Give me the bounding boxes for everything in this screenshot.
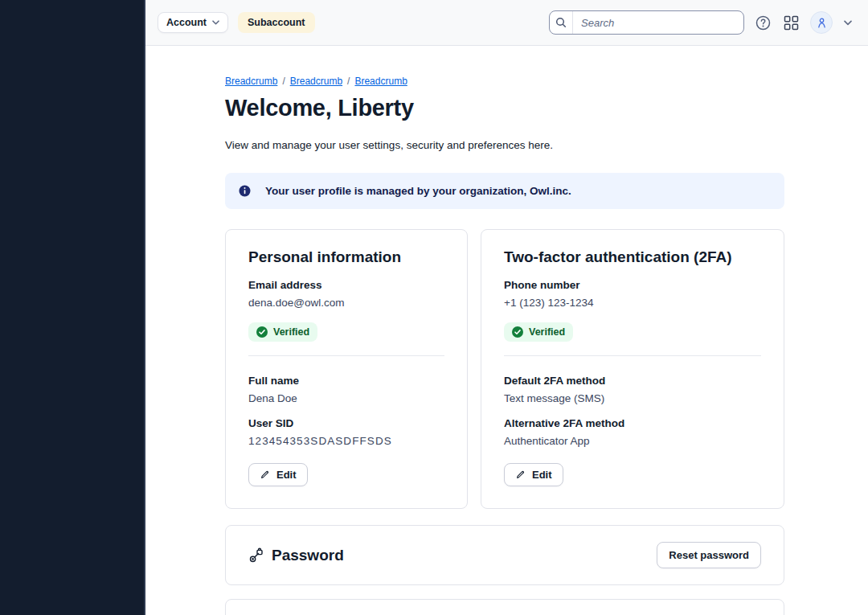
phone-number-label: Phone number [504,279,761,291]
email-verified-badge: Verified [248,322,317,342]
personal-information-title: Personal information [248,248,444,266]
edit-button-label: Edit [532,469,552,481]
products-grid-button[interactable] [782,14,800,32]
user-sid-label: User SID [248,417,444,429]
account-switcher-group: Account Subaccount [158,12,315,33]
header-actions-group [549,10,854,35]
left-navigation-sidebar [0,0,145,615]
settings-cards-row: Personal information Email address dena.… [225,229,784,509]
breadcrumb-link-2[interactable]: Breadcrumb [290,76,342,87]
reset-password-button[interactable]: Reset password [657,542,761,568]
password-section-title: Password [248,547,344,564]
info-icon [239,185,251,197]
chevron-down-icon [844,20,852,26]
chevron-down-icon [212,20,219,25]
alternative-2fa-method-value: Authenticator App [504,435,761,447]
breadcrumb: Breadcrumb/Breadcrumb/Breadcrumb [225,76,784,87]
password-title-label: Password [272,547,344,564]
help-icon [755,15,771,31]
phone-number-value: +1 (123) 123-1234 [504,297,761,309]
main-content: Breadcrumb/Breadcrumb/Breadcrumb Welcome… [145,46,868,615]
need-support-card: Need support? [225,599,784,615]
edit-2fa-button[interactable]: Edit [504,463,563,486]
breadcrumb-link-1[interactable]: Breadcrumb [225,76,277,87]
page-subtitle: View and manage your user settings, secu… [225,139,784,151]
pencil-icon [260,469,270,480]
edit-button-label: Edit [276,469,297,481]
default-2fa-method-value: Text message (SMS) [504,392,761,404]
edit-personal-information-button[interactable]: Edit [248,463,308,486]
pencil-icon [515,469,526,480]
card-divider [504,355,761,356]
breadcrumb-link-3[interactable]: Breadcrumb [354,76,407,87]
check-circle-icon [256,326,268,338]
user-avatar-button[interactable] [810,11,833,34]
verified-badge-label: Verified [529,326,565,338]
two-factor-authentication-card: Two-factor authentication (2FA) Phone nu… [481,229,784,509]
two-factor-authentication-title: Two-factor authentication (2FA) [504,248,761,266]
account-dropdown-button[interactable]: Account [158,12,228,33]
full-name-value: Dena Doe [248,392,444,404]
personal-information-card: Personal information Email address dena.… [225,229,468,509]
grid-icon [784,15,799,31]
search-input[interactable] [573,11,743,34]
search-box [549,10,744,35]
banner-text: Your user profile is managed by your org… [265,185,571,197]
full-name-label: Full name [248,375,444,387]
user-sid-value: 123454353SDASDFFSDS [248,435,444,447]
check-circle-icon [512,326,523,338]
top-header-bar: Account Subaccount [145,0,868,46]
default-2fa-method-label: Default 2FA method [504,375,761,387]
card-divider [248,355,444,356]
user-menu-chevron-button[interactable] [842,18,854,27]
account-dropdown-label: Account [166,17,207,28]
email-address-value: dena.doe@owl.com [248,297,444,309]
verified-badge-label: Verified [273,326,309,338]
breadcrumb-separator: / [282,76,285,87]
email-address-label: Email address [248,279,444,291]
password-key-icon [248,547,264,564]
page-title: Welcome, Liberty [225,95,784,121]
search-icon [550,11,573,34]
breadcrumb-separator: / [347,76,350,87]
alternative-2fa-method-label: Alternative 2FA method [504,417,761,429]
org-managed-info-banner: Your user profile is managed by your org… [225,173,784,209]
phone-verified-badge: Verified [504,322,573,342]
subaccount-button[interactable]: Subaccount [238,12,315,33]
help-button[interactable] [754,14,772,32]
password-card: Password Reset password [225,525,784,585]
user-icon [815,16,829,30]
